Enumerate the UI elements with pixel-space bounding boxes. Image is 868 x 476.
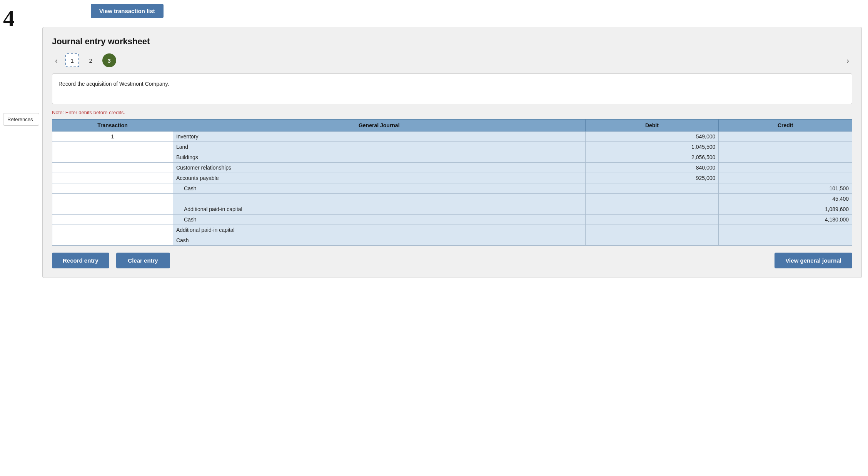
- transaction-cell: [52, 183, 173, 194]
- instruction-box: Record the acquisition of Westmont Compa…: [52, 73, 852, 104]
- transaction-cell: [52, 194, 173, 204]
- clear-entry-button[interactable]: Clear entry: [116, 253, 170, 268]
- debit-cell[interactable]: 840,000: [585, 163, 719, 173]
- note-text: Note: Enter debits before credits.: [52, 110, 852, 115]
- account-cell[interactable]: Accounts payable: [173, 173, 585, 183]
- credit-cell[interactable]: 4,180,000: [719, 215, 852, 225]
- prev-page-button[interactable]: ‹: [52, 55, 61, 67]
- credit-cell[interactable]: [719, 225, 852, 235]
- col-header-transaction: Transaction: [52, 120, 173, 131]
- transaction-cell: [52, 173, 173, 183]
- table-row: Accounts payable925,000: [52, 173, 852, 183]
- table-row: Buildings2,056,500: [52, 152, 852, 163]
- view-general-journal-button[interactable]: View general journal: [775, 253, 852, 268]
- top-bar: View transaction list: [0, 0, 868, 22]
- references-button[interactable]: References: [3, 113, 39, 126]
- credit-cell[interactable]: [719, 152, 852, 163]
- transaction-cell: [52, 235, 173, 246]
- account-cell[interactable]: Additional paid-in capital: [173, 225, 585, 235]
- credit-cell[interactable]: [719, 131, 852, 142]
- debit-cell[interactable]: [585, 225, 719, 235]
- record-entry-button[interactable]: Record entry: [52, 253, 109, 268]
- account-cell[interactable]: Cash: [173, 183, 585, 194]
- pagination: ‹ 1 2 3 ›: [52, 53, 852, 67]
- table-row: Customer relationships840,000: [52, 163, 852, 173]
- table-row: Cash101,500: [52, 183, 852, 194]
- next-page-button[interactable]: ›: [843, 55, 852, 67]
- account-cell[interactable]: Inventory: [173, 131, 585, 142]
- journal-table: Transaction General Journal Debit Credit…: [52, 119, 852, 246]
- credit-cell[interactable]: [719, 235, 852, 246]
- transaction-cell: [52, 215, 173, 225]
- debit-cell[interactable]: 925,000: [585, 173, 719, 183]
- page-2-button[interactable]: 2: [84, 53, 98, 67]
- page-3-button[interactable]: 3: [102, 53, 116, 67]
- transaction-cell: 1: [52, 131, 173, 142]
- action-buttons: Record entry Clear entry View general jo…: [52, 253, 852, 268]
- account-cell[interactable]: Buildings: [173, 152, 585, 163]
- debit-cell[interactable]: [585, 235, 719, 246]
- debit-cell[interactable]: [585, 183, 719, 194]
- account-cell[interactable]: Additional paid-in capital: [173, 204, 585, 215]
- view-transaction-button[interactable]: View transaction list: [91, 4, 164, 18]
- debit-cell[interactable]: 1,045,500: [585, 142, 719, 152]
- col-header-credit: Credit: [719, 120, 852, 131]
- account-cell[interactable]: Customer relationships: [173, 163, 585, 173]
- debit-cell[interactable]: [585, 204, 719, 215]
- account-cell[interactable]: [173, 194, 585, 204]
- table-row: 1Inventory549,000: [52, 131, 852, 142]
- debit-cell[interactable]: 549,000: [585, 131, 719, 142]
- transaction-cell: [52, 225, 173, 235]
- debit-cell[interactable]: [585, 215, 719, 225]
- transaction-cell: [52, 142, 173, 152]
- credit-cell[interactable]: 45,400: [719, 194, 852, 204]
- table-row: Cash4,180,000: [52, 215, 852, 225]
- debit-cell[interactable]: 2,056,500: [585, 152, 719, 163]
- col-header-general-journal: General Journal: [173, 120, 585, 131]
- worksheet-container: Journal entry worksheet ‹ 1 2 3 › Record…: [42, 27, 862, 278]
- col-header-debit: Debit: [585, 120, 719, 131]
- step-number: 4: [3, 5, 15, 32]
- transaction-cell: [52, 163, 173, 173]
- page-1-button[interactable]: 1: [65, 53, 79, 67]
- table-row: Additional paid-in capital1,089,600: [52, 204, 852, 215]
- account-cell[interactable]: Land: [173, 142, 585, 152]
- credit-cell[interactable]: 1,089,600: [719, 204, 852, 215]
- account-cell[interactable]: Cash: [173, 215, 585, 225]
- table-row: 45,400: [52, 194, 852, 204]
- table-row: Additional paid-in capital: [52, 225, 852, 235]
- table-row: Land1,045,500: [52, 142, 852, 152]
- transaction-cell: [52, 152, 173, 163]
- debit-cell[interactable]: [585, 194, 719, 204]
- table-row: Cash: [52, 235, 852, 246]
- credit-cell[interactable]: 101,500: [719, 183, 852, 194]
- account-cell[interactable]: Cash: [173, 235, 585, 246]
- transaction-cell: [52, 204, 173, 215]
- sidebar: References: [0, 22, 42, 283]
- credit-cell[interactable]: [719, 163, 852, 173]
- credit-cell[interactable]: [719, 173, 852, 183]
- worksheet-title: Journal entry worksheet: [52, 37, 852, 47]
- credit-cell[interactable]: [719, 142, 852, 152]
